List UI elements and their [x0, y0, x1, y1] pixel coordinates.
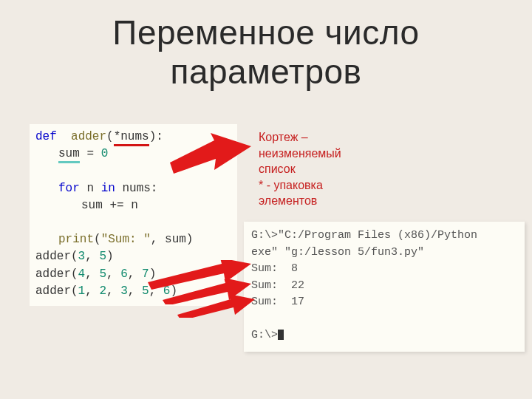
slide-title: Переменное число параметров [0, 0, 532, 92]
code-call-1: adder(3, 5) [35, 248, 231, 265]
console-output: G:\>"C:/Program Files (x86)/Python exe" … [244, 222, 525, 352]
annotation-note: Кортеж – неизменяемый список * - упаковк… [259, 129, 399, 209]
code-line-4: sum += n [35, 197, 231, 214]
code-line-3: for n in nums: [35, 180, 231, 197]
title-line-1: Переменное число [112, 13, 419, 52]
code-line-5: print("Sum: ", sum) [35, 231, 231, 248]
title-line-2: параметров [170, 52, 361, 91]
code-call-2: adder(4, 5, 6, 7) [35, 266, 231, 283]
code-block: def adder(*nums): sum = 0 for n in nums:… [30, 124, 237, 306]
code-line-1: def adder(*nums): [35, 129, 231, 146]
code-call-3: adder(1, 2, 3, 5, 6) [35, 283, 231, 300]
code-line-2: sum = 0 [35, 146, 231, 163]
cursor-icon [278, 330, 284, 340]
